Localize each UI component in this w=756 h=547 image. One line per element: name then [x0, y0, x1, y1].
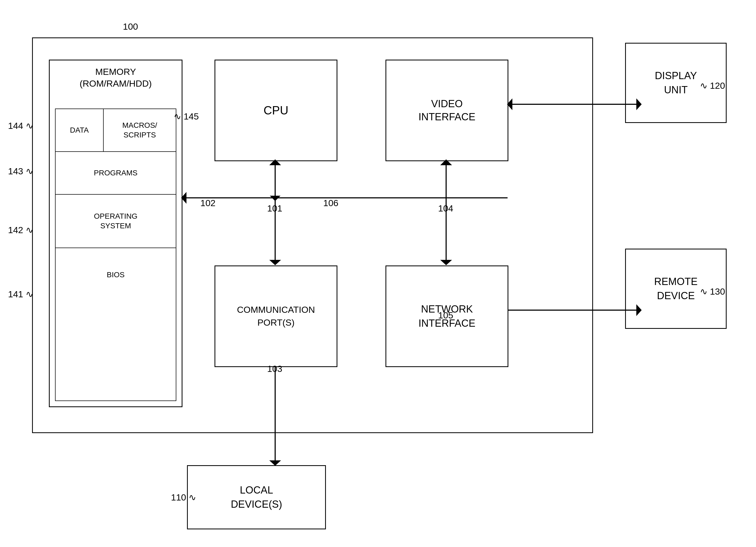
- ref-100: 100: [123, 21, 138, 32]
- local-device-box: LOCALDEVICE(S): [187, 465, 326, 529]
- ref-145: ∿ 145: [174, 111, 199, 122]
- ref-144: 144 ∿: [8, 120, 33, 131]
- ref-101: 101: [267, 203, 282, 213]
- data-cell: DATA: [56, 109, 104, 151]
- memory-title: MEMORY(ROM/RAM/HDD): [50, 60, 182, 92]
- ref-130: ∿ 130: [700, 286, 725, 297]
- video-interface-box: VIDEOINTERFACE: [385, 60, 508, 161]
- ref-104: 104: [438, 203, 453, 213]
- comm-port-box: COMMUNICATIONPORT(S): [215, 265, 337, 367]
- ref-105: 105: [438, 310, 453, 321]
- diagram-container: 100 MEMORY(ROM/RAM/HDD) DATA MACROS/SCRI…: [16, 16, 737, 540]
- ref-141: 141 ∿: [8, 289, 33, 300]
- bios-cell: BIOS: [56, 248, 176, 302]
- memory-inner: DATA MACROS/SCRIPTS PROGRAMS OPERATINGSY…: [55, 108, 176, 401]
- comm-label: COMMUNICATIONPORT(S): [215, 266, 337, 366]
- memory-row-programs: PROGRAMS: [56, 152, 176, 195]
- memory-box: MEMORY(ROM/RAM/HDD) DATA MACROS/SCRIPTS …: [49, 60, 182, 407]
- cpu-box: CPU: [215, 60, 337, 161]
- programs-cell: PROGRAMS: [56, 152, 176, 194]
- ref-143: 143 ∿: [8, 166, 33, 176]
- ref-110: 110 ∿: [171, 492, 196, 503]
- ref-142: 142 ∿: [8, 224, 33, 235]
- memory-row-bios: BIOS: [56, 248, 176, 302]
- memory-row-os: OPERATINGSYSTEM: [56, 195, 176, 248]
- os-cell: OPERATINGSYSTEM: [56, 195, 176, 247]
- video-label: VIDEOINTERFACE: [386, 60, 508, 160]
- main-system-box: MEMORY(ROM/RAM/HDD) DATA MACROS/SCRIPTS …: [32, 37, 593, 433]
- memory-row-data-macros: DATA MACROS/SCRIPTS: [56, 109, 176, 152]
- ref-103: 103: [267, 364, 282, 374]
- macros-cell: MACROS/SCRIPTS: [104, 109, 176, 151]
- cpu-label: CPU: [215, 60, 337, 160]
- ref-120: ∿ 120: [700, 80, 725, 91]
- ref-102: 102: [200, 198, 216, 208]
- local-label: LOCALDEVICE(S): [188, 466, 325, 529]
- ref-106: 106: [323, 198, 338, 208]
